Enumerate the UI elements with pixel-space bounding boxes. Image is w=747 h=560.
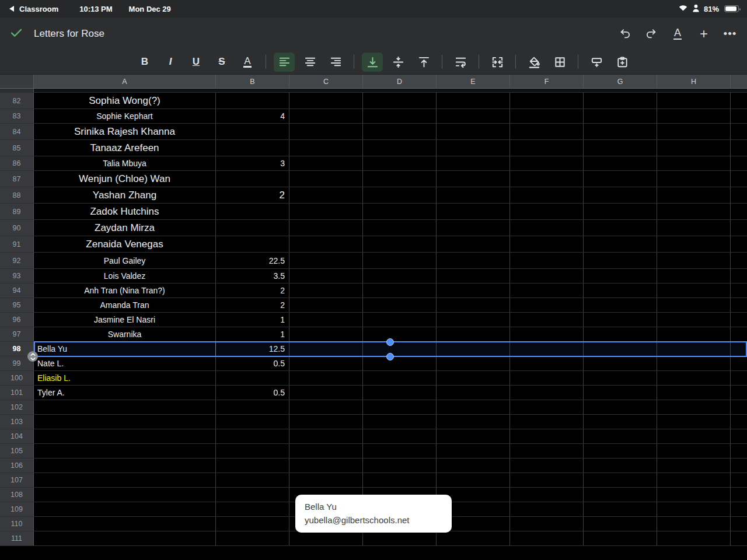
cell-F87[interactable] xyxy=(510,171,584,187)
cell-A97[interactable]: Swarnika xyxy=(34,327,216,341)
cell-G82[interactable] xyxy=(584,93,657,108)
merge-cells-button[interactable] xyxy=(487,52,508,72)
cell-E106[interactable] xyxy=(437,459,510,473)
cell-G100[interactable] xyxy=(584,371,657,385)
cell-H94[interactable] xyxy=(657,284,731,298)
cell-B100[interactable] xyxy=(216,371,289,385)
insert-row-button[interactable] xyxy=(586,52,607,72)
cell-H90[interactable] xyxy=(657,220,731,236)
cell-F101[interactable] xyxy=(510,386,584,400)
row-header-88[interactable]: 88 xyxy=(0,187,34,203)
cell-A82[interactable]: Sophia Wong(?) xyxy=(34,93,216,108)
cell-H89[interactable] xyxy=(657,204,731,219)
cell-D111[interactable] xyxy=(363,531,437,545)
cell-D101[interactable] xyxy=(363,386,437,400)
cell-partial-91[interactable] xyxy=(731,236,747,252)
cell-A103[interactable] xyxy=(34,415,216,429)
cell-F85[interactable] xyxy=(510,140,584,156)
cell-C84[interactable] xyxy=(289,124,363,139)
cell-C97[interactable] xyxy=(289,327,363,341)
cell-H98[interactable] xyxy=(657,342,731,356)
row-header-102[interactable]: 102 xyxy=(0,400,34,414)
cell-F92[interactable] xyxy=(510,253,584,268)
cell-E92[interactable] xyxy=(437,253,510,268)
cell-F84[interactable] xyxy=(510,124,584,139)
cell-H97[interactable] xyxy=(657,327,731,341)
row-header-82[interactable]: 82 xyxy=(0,93,34,108)
cell-E100[interactable] xyxy=(437,371,510,385)
valign-middle-button[interactable] xyxy=(388,52,409,72)
cell-A111[interactable] xyxy=(34,531,216,545)
cell-E107[interactable] xyxy=(437,473,510,487)
cell-C89[interactable] xyxy=(289,204,363,219)
cell-A92[interactable]: Paul Gailey xyxy=(34,253,216,268)
cell-E103[interactable] xyxy=(437,415,510,429)
align-left-button[interactable] xyxy=(274,52,295,72)
row-header-103[interactable]: 103 xyxy=(0,415,34,429)
cell-partial-107[interactable] xyxy=(731,473,747,487)
cell-B99[interactable]: 0.5 xyxy=(216,356,289,370)
cell-G99[interactable] xyxy=(584,356,657,370)
cell-B104[interactable] xyxy=(216,429,289,443)
cell-B103[interactable] xyxy=(216,415,289,429)
column-header-G[interactable]: G xyxy=(584,75,657,88)
cell-E96[interactable] xyxy=(437,313,510,327)
cell-G104[interactable] xyxy=(584,429,657,443)
cell-B108[interactable] xyxy=(216,488,289,502)
cell-B82[interactable] xyxy=(216,93,289,108)
cell-B86[interactable]: 3 xyxy=(216,156,289,170)
cell-D106[interactable] xyxy=(363,459,437,473)
cell-B110[interactable] xyxy=(216,517,289,531)
cell-partial-86[interactable] xyxy=(731,156,747,170)
cell-B96[interactable]: 1 xyxy=(216,313,289,327)
cell-B109[interactable] xyxy=(216,502,289,516)
cell-G105[interactable] xyxy=(584,444,657,458)
cell-H95[interactable] xyxy=(657,298,731,312)
cell-A108[interactable] xyxy=(34,488,216,502)
cell-G85[interactable] xyxy=(584,140,657,156)
cell-F103[interactable] xyxy=(510,415,584,429)
row-header-104[interactable]: 104 xyxy=(0,429,34,443)
cell-partial-95[interactable] xyxy=(731,298,747,312)
column-header-A[interactable]: A xyxy=(34,75,216,88)
cell-G90[interactable] xyxy=(584,220,657,236)
cell-C86[interactable] xyxy=(289,156,363,170)
cell-E101[interactable] xyxy=(437,386,510,400)
column-header-C[interactable]: C xyxy=(289,75,363,88)
column-header-partial[interactable] xyxy=(731,75,747,88)
cell-B102[interactable] xyxy=(216,400,289,414)
valign-top-button[interactable] xyxy=(413,52,434,72)
cell-C85[interactable] xyxy=(289,140,363,156)
cell-A106[interactable] xyxy=(34,459,216,473)
row-header-84[interactable]: 84 xyxy=(0,124,34,139)
row-header-89[interactable]: 89 xyxy=(0,204,34,219)
cell-F104[interactable] xyxy=(510,429,584,443)
cell-D104[interactable] xyxy=(363,429,437,443)
cell-H93[interactable] xyxy=(657,269,731,283)
cell-A110[interactable] xyxy=(34,517,216,531)
cell-D98[interactable] xyxy=(363,342,437,356)
row-header-83[interactable]: 83 xyxy=(0,109,34,123)
cell-C94[interactable] xyxy=(289,284,363,298)
cell-E99[interactable] xyxy=(437,356,510,370)
cell-H107[interactable] xyxy=(657,473,731,487)
cell-E85[interactable] xyxy=(437,140,510,156)
align-right-button[interactable] xyxy=(325,52,346,72)
cell-E90[interactable] xyxy=(437,220,510,236)
cell-H102[interactable] xyxy=(657,400,731,414)
overflow-menu-button[interactable]: ••• xyxy=(721,25,739,43)
cell-partial-101[interactable] xyxy=(731,386,747,400)
cell-E97[interactable] xyxy=(437,327,510,341)
cell-C95[interactable] xyxy=(289,298,363,312)
cell-H92[interactable] xyxy=(657,253,731,268)
row-header-108[interactable]: 108 xyxy=(0,488,34,502)
cell-G109[interactable] xyxy=(584,502,657,516)
cell-partial-84[interactable] xyxy=(731,124,747,139)
cell-partial-88[interactable] xyxy=(731,187,747,203)
cell-D89[interactable] xyxy=(363,204,437,219)
cell-B83[interactable]: 4 xyxy=(216,109,289,123)
back-to-app-label[interactable]: Classroom xyxy=(19,5,58,13)
undo-button[interactable] xyxy=(616,25,634,43)
cell-B111[interactable] xyxy=(216,531,289,545)
cell-partial-85[interactable] xyxy=(731,140,747,156)
